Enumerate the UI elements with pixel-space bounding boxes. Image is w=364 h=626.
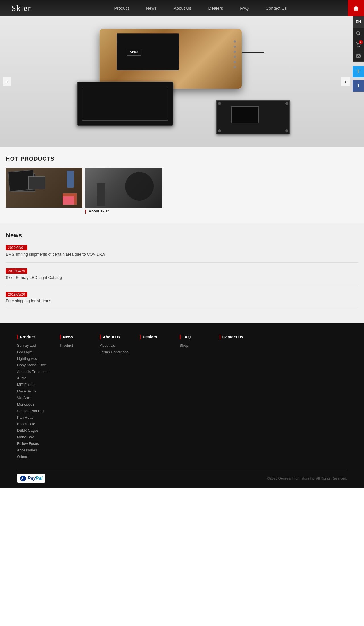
nav-faq[interactable]: FAQ [231, 0, 257, 16]
facebook-social[interactable]: f [353, 80, 364, 92]
product-film-holder [216, 100, 290, 134]
paypal-button[interactable]: P PayPal [17, 474, 45, 483]
hot-product-image-1 [85, 168, 162, 208]
footer-title-bar-2 [60, 335, 61, 339]
twitter-icon: 𝕋 [357, 69, 360, 74]
news-item-2: 2019/03/20 Free shipping for all items [6, 292, 358, 309]
footer-link-mit-filters[interactable]: MIT Filters [17, 383, 49, 387]
footer-link-suction-pod[interactable]: Suction Pod Rig [17, 409, 49, 413]
hot-products-section: HOT PRODUCTS | About skier SKIER, brand … [0, 147, 364, 223]
product-tray [77, 82, 173, 126]
hot-product-image-0 [6, 168, 82, 208]
hero-product-image: Skier [71, 20, 293, 143]
caption-title: About skier [89, 209, 109, 213]
product-dots [234, 40, 236, 68]
footer-col-about-title: About Us [100, 335, 128, 339]
svg-point-2 [358, 46, 359, 47]
footer-col-contact-title: Contact Us [220, 335, 248, 339]
search-button[interactable] [353, 28, 364, 39]
caption-bar: | [85, 210, 86, 214]
news-item-1: 2019/04/25 Skier Sunray LED Light Catalo… [6, 268, 358, 286]
hero-prev-button[interactable]: ‹ [3, 77, 11, 86]
hot-products-title: HOT PRODUCTS [6, 156, 358, 162]
hero-banner: Skier ‹ › [0, 16, 364, 147]
footer-col-news-title: News [60, 335, 88, 339]
navbar: Skier Product News About Us Dealers FAQ … [0, 0, 364, 16]
footer-link-lighting-acc[interactable]: Lighting Acc [17, 356, 49, 361]
footer-link-dslr-cages[interactable]: DSLR Cages [17, 428, 49, 433]
svg-rect-4 [356, 55, 360, 57]
footer-col-product-title: Product [17, 335, 49, 339]
news-date-0: 2020/04/01 [6, 245, 27, 250]
footer-col-dealers-title: Dealers [140, 335, 168, 339]
site-logo[interactable]: Skier [0, 4, 37, 13]
footer-link-news-product[interactable]: Product [60, 343, 88, 348]
hot-product-caption-1: | About skier SKIER, brand of high quali… [85, 208, 162, 215]
footer-link-accessories[interactable]: Accessories [17, 448, 49, 452]
footer-col-news: News Product [60, 335, 88, 461]
search-icon [356, 31, 361, 36]
svg-point-3 [359, 46, 360, 47]
hero-next-button[interactable]: › [341, 77, 350, 86]
twitter-social[interactable]: 𝕋 [353, 66, 364, 77]
nav-product[interactable]: Product [106, 0, 138, 16]
nav-about[interactable]: About Us [165, 0, 200, 16]
footer-link-acoustic[interactable]: Acoustic Treatment [17, 369, 49, 374]
footer-link-led-light[interactable]: Led Light [17, 350, 49, 354]
footer-col-about: About Us About Us Terms Conditions [100, 335, 128, 461]
footer-link-pan-head[interactable]: Pan Head [17, 415, 49, 420]
facebook-icon: f [357, 83, 359, 88]
svg-text:P: P [21, 477, 23, 480]
cart-button[interactable]: 0 [353, 39, 364, 50]
nav-news[interactable]: News [137, 0, 165, 16]
footer-link-sunray-led[interactable]: Sunray Led [17, 343, 49, 348]
footer-title-bar [17, 335, 18, 339]
lang-button[interactable]: EN [353, 16, 364, 28]
product-box-top [117, 33, 179, 70]
news-item-0: 2020/04/01 EMS limiting shipments of cer… [6, 245, 358, 263]
footer: Product Sunray Led Led Light Lighting Ac… [0, 323, 364, 488]
footer-link-about-us[interactable]: About Us [100, 343, 128, 348]
hot-product-card-0[interactable] [6, 168, 82, 215]
footer-col-contact: Contact Us [220, 335, 248, 461]
svg-line-1 [359, 34, 360, 35]
footer-columns: Product Sunray Led Led Light Lighting Ac… [17, 335, 347, 461]
hot-product-card-1[interactable]: | About skier SKIER, brand of high quali… [85, 168, 162, 215]
news-headline-2[interactable]: Free shipping for all items [6, 299, 358, 303]
footer-link-terms[interactable]: Terms Conditions [100, 350, 128, 354]
news-section-title: News [6, 232, 358, 239]
footer-title-bar-4 [140, 335, 141, 339]
nav-dealers[interactable]: Dealers [200, 0, 232, 16]
message-icon [356, 54, 361, 58]
footer-title-bar-6 [220, 335, 220, 339]
nav-links: Product News About Us Dealers FAQ Contac… [37, 0, 364, 16]
cart-count: 0 [359, 40, 363, 44]
footer-link-others[interactable]: Others [17, 454, 49, 459]
footer-title-bar-3 [100, 335, 101, 339]
news-headline-1[interactable]: Skier Sunray LED Light Catalog [6, 275, 358, 280]
footer-link-audio[interactable]: Audio [17, 376, 49, 380]
footer-copyright: ©2020 Genesis Information Inc. All Right… [267, 476, 347, 480]
footer-link-copy-stand[interactable]: Copy Stand / Box [17, 363, 49, 367]
footer-link-follow-focus[interactable]: Follow Focus [17, 441, 49, 446]
footer-link-monopods[interactable]: Monopods [17, 402, 49, 406]
footer-link-shop[interactable]: Shop [180, 343, 208, 348]
footer-link-matte-box[interactable]: Matte Box [17, 435, 49, 439]
paypal-icon: P [20, 475, 26, 482]
footer-col-faq: FAQ Shop [180, 335, 208, 461]
footer-col-faq-title: FAQ [180, 335, 208, 339]
footer-link-variarm[interactable]: VariArm [17, 396, 49, 400]
footer-link-magic-arms[interactable]: Magic Arms [17, 389, 49, 393]
side-panel: EN 0 𝕋 f [353, 16, 364, 92]
paypal-label: PayPal [28, 476, 42, 481]
message-button[interactable] [353, 50, 364, 62]
product-label: Skier [127, 49, 141, 56]
footer-col-dealers: Dealers [140, 335, 168, 461]
news-headline-0[interactable]: EMS limiting shipments of certain area d… [6, 252, 358, 257]
hot-products-grid: | About skier SKIER, brand of high quali… [6, 168, 358, 215]
footer-title-bar-5 [180, 335, 181, 339]
footer-link-boom-pole[interactable]: Boom Pole [17, 422, 49, 426]
product-cable [242, 52, 264, 53]
home-button[interactable] [348, 0, 364, 16]
nav-contact[interactable]: Contact Us [257, 0, 295, 16]
